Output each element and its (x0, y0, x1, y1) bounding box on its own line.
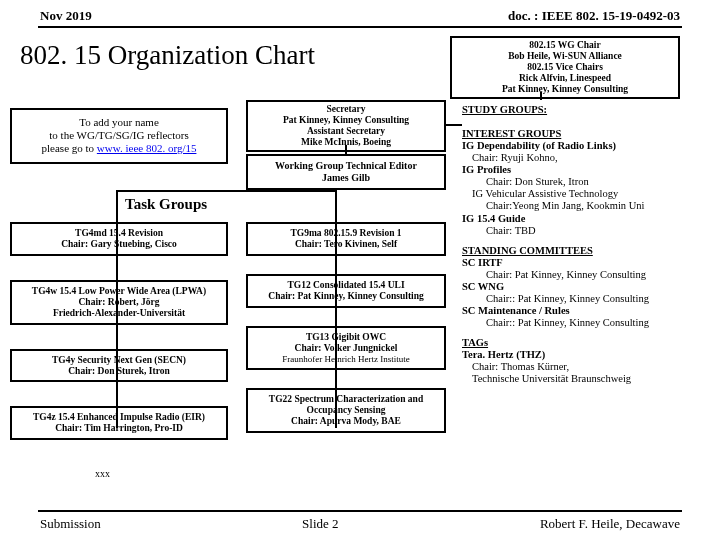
tg-chair: Chair: Don Sturek, Itron (14, 366, 224, 377)
task-groups-header: Task Groups (125, 196, 207, 213)
tag-item: Tera. Hertz (THZ) (462, 349, 700, 361)
tg-col2: TG9ma 802.15.9 Revision 1Chair: Tero Kiv… (246, 222, 446, 451)
wg-chair-line: Bob Heile, Wi-SUN Alliance (456, 51, 674, 62)
ig-chair: Chair: TBD (486, 225, 700, 237)
tg-chair: Chair: Tim Harrington, Pro-ID (14, 423, 224, 434)
tg-chair: Friedrich-Alexander-Universität (14, 308, 224, 319)
ig-item: IG Vehicular Assistive Technology (472, 188, 700, 200)
wg-chair-box: 802.15 WG Chair Bob Heile, Wi-SUN Allian… (450, 36, 680, 99)
sc-item: SC IRTF (462, 257, 700, 269)
note-box: To add your name to the WG/TG/SG/IG refl… (10, 108, 228, 164)
editor-line: Working Group Technical Editor (252, 160, 440, 172)
editor-line: James Gilb (252, 172, 440, 184)
tg-box: TG13 Gigibit OWCChair: Volker Jungnickel… (246, 326, 446, 370)
note-link[interactable]: www. ieee 802. org/15 (97, 142, 197, 154)
tg-chair: Chair: Robert, Jörg (14, 297, 224, 308)
ig-chair: Chair: Don Sturek, Itron (486, 176, 700, 188)
tg-box: TG4md 15.4 RevisionChair: Gary Stuebing,… (10, 222, 228, 256)
tg-title: TG4w 15.4 Low Power Wide Area (LPWA) (14, 286, 224, 297)
tag-chair: Technische Universität Braunschweig (472, 373, 700, 385)
connector (446, 124, 462, 126)
sec-line: Secretary (250, 104, 442, 115)
editor-box: Working Group Technical Editor James Gil… (246, 154, 446, 190)
sec-line: Pat Kinney, Kinney Consulting (250, 115, 442, 126)
connector (540, 92, 542, 100)
ig-item: IG Profiles (462, 164, 700, 176)
tg-chair: Chair: Pat Kinney, Kinney Consulting (250, 291, 442, 302)
side-section: STUDY GROUPS: INTEREST GROUPS IG Dependa… (462, 102, 700, 385)
ig-chair: Chair: Ryuji Kohno, (472, 152, 700, 164)
footer-center: Slide 2 (302, 516, 338, 532)
sc-chair: Chair: Pat Kinney, Kinney Consulting (486, 269, 700, 281)
standing-committees-hdr: STANDING COMMITTEES (462, 245, 700, 257)
footer-right: Robert F. Heile, Decawave (540, 516, 680, 532)
tg-col1: TG4md 15.4 RevisionChair: Gary Stuebing,… (10, 222, 228, 464)
tg-box: TG4y Security Next Gen (SECN)Chair: Don … (10, 349, 228, 383)
date-header: Nov 2019 (40, 8, 92, 24)
wg-chair-line: Rick Alfvin, Linespeed (456, 73, 674, 84)
tg-box: TG12 Consolidated 15.4 ULIChair: Pat Kin… (246, 274, 446, 308)
tg-chair: Chair: Tero Kivinen, Self (250, 239, 442, 250)
footer-rule (38, 510, 682, 512)
sec-line: Assistant Secretary (250, 126, 442, 137)
note-line: To add your name (16, 116, 222, 129)
tg-box: TG22 Spectrum Characterization and Occup… (246, 388, 446, 433)
tg-sub: Fraunhofer Heinrich Hertz Institute (250, 354, 442, 364)
sc-chair: Chair:: Pat Kinney, Kinney Consulting (486, 293, 700, 305)
wg-chair-line: Pat Kinney, Kinney Consulting (456, 84, 674, 95)
connector (345, 145, 347, 154)
note-line: please go to www. ieee 802. org/15 (16, 142, 222, 155)
study-groups-hdr: STUDY GROUPS: (462, 104, 700, 116)
header-rule (38, 26, 682, 28)
xxx-text: xxx (95, 468, 110, 479)
connector (116, 190, 336, 192)
tg-box: TG9ma 802.15.9 Revision 1Chair: Tero Kiv… (246, 222, 446, 256)
tg-chair: Chair: Apurva Mody, BAE (250, 416, 442, 427)
tg-title: TG12 Consolidated 15.4 ULI (250, 280, 442, 291)
tg-title: TG4md 15.4 Revision (14, 228, 224, 239)
ig-chair: Chair:Yeong Min Jang, Kookmin Uni (486, 200, 700, 212)
tg-title: TG13 Gigibit OWC (250, 332, 442, 343)
ig-item: IG Dependability (of Radio Links) (462, 140, 700, 152)
sc-chair: Chair:: Pat Kinney, Kinney Consulting (486, 317, 700, 329)
wg-chair-line: 802.15 WG Chair (456, 40, 674, 51)
tg-title: TG4y Security Next Gen (SECN) (14, 355, 224, 366)
footer-left: Submission (40, 516, 101, 532)
tg-chair: Chair: Volker Jungnickel (250, 343, 442, 354)
tg-title: TG9ma 802.15.9 Revision 1 (250, 228, 442, 239)
page-title: 802. 15 Organization Chart (20, 40, 315, 71)
note-line: to the WG/TG/SG/IG reflectors (16, 129, 222, 142)
tg-box: TG4w 15.4 Low Power Wide Area (LPWA)Chai… (10, 280, 228, 325)
tg-title: TG22 Spectrum Characterization and Occup… (250, 394, 442, 416)
ig-item: IG 15.4 Guide (462, 213, 700, 225)
tags-hdr: TAGs (462, 337, 700, 349)
tg-title: TG4z 15.4 Enhanced Impulse Radio (EIR) (14, 412, 224, 423)
secretary-box: Secretary Pat Kinney, Kinney Consulting … (246, 100, 446, 152)
tag-chair: Chair: Thomas Kürner, (472, 361, 700, 373)
doc-number: doc. : IEEE 802. 15-19-0492-03 (508, 8, 680, 24)
wg-chair-line: 802.15 Vice Chairs (456, 62, 674, 73)
sc-item: SC WNG (462, 281, 700, 293)
tg-chair: Chair: Gary Stuebing, Cisco (14, 239, 224, 250)
interest-groups-hdr: INTEREST GROUPS (462, 128, 700, 140)
sc-item: SC Maintenance / Rules (462, 305, 700, 317)
tg-box: TG4z 15.4 Enhanced Impulse Radio (EIR)Ch… (10, 406, 228, 440)
